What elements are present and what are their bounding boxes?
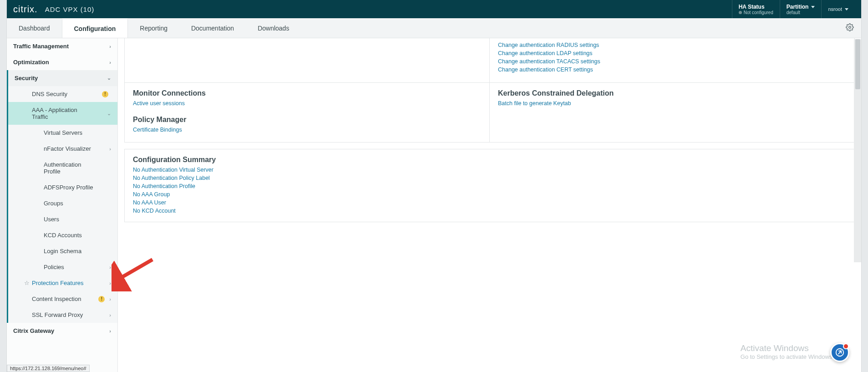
link-active-user-sessions[interactable]: Active user sessions <box>133 99 481 107</box>
sidebar-item-ssl-forward-proxy[interactable]: SSL Forward Proxy › <box>8 307 117 323</box>
browser-status-bar: https://172.21.128.169/menu/neo# <box>7 365 90 372</box>
notification-dot-icon <box>843 343 849 349</box>
sidebar-item-nfactor[interactable]: nFactor Visualizer› <box>8 141 117 157</box>
configuration-summary-card: Configuration Summary No Authentication … <box>124 149 855 222</box>
kerberos-column: Kerberos Constrained Delegation Batch fi… <box>490 83 854 142</box>
summary-line-auth-vs[interactable]: No Authentication Virtual Server <box>133 166 846 174</box>
settings-gear-icon[interactable] <box>846 23 854 33</box>
star-icon: ☆ <box>24 280 30 286</box>
sidebar-item-login-schema[interactable]: Login Schema <box>8 243 117 259</box>
partition-value: default <box>787 10 815 15</box>
partition-menu[interactable]: Partition default <box>780 0 822 18</box>
sidebar-item-aaa[interactable]: AAA - Application Traffic ⌄ <box>8 102 117 125</box>
user-menu[interactable]: nsroot <box>821 0 855 18</box>
ha-status-title: HA Status <box>739 4 773 10</box>
tab-dashboard[interactable]: Dashboard <box>7 18 62 38</box>
left-column <box>125 38 490 82</box>
summary-line-aaa-user[interactable]: No AAA User <box>133 199 846 207</box>
sidebar-item-dns-security[interactable]: DNS Security ! <box>8 86 117 102</box>
sidebar-item-optimization[interactable]: Optimization › <box>7 54 117 70</box>
link-certificate-bindings[interactable]: Certificate Bindings <box>133 126 481 134</box>
right-column-auth-links: Change authentication RADIUS settings Ch… <box>490 38 854 82</box>
sidebar-item-traffic-management[interactable]: Traffic Management › <box>7 38 117 54</box>
tab-configuration[interactable]: Configuration <box>62 18 128 38</box>
svg-point-0 <box>849 26 851 29</box>
link-change-radius[interactable]: Change authentication RADIUS settings <box>498 41 846 49</box>
link-batch-keytab[interactable]: Batch file to generate Keytab <box>498 99 846 107</box>
link-change-ldap[interactable]: Change authentication LDAP settings <box>498 49 846 57</box>
help-fab-button[interactable] <box>830 343 849 362</box>
summary-line-aaa-group[interactable]: No AAA Group <box>133 190 846 199</box>
monitor-policy-column: Monitor Connections Active user sessions… <box>125 83 490 142</box>
chevron-right-icon: › <box>109 312 111 318</box>
chevron-down-icon <box>811 6 815 8</box>
sidebar-item-auth-profile[interactable]: Authentication Profile <box>8 157 117 179</box>
tab-downloads[interactable]: Downloads <box>246 18 301 38</box>
sidebar-item-kcd-accounts[interactable]: KCD Accounts <box>8 227 117 243</box>
sidebar-item-citrix-gateway[interactable]: Citrix Gateway › <box>7 323 117 339</box>
middle-two-col: Monitor Connections Active user sessions… <box>124 83 855 143</box>
brand-logo: citrix. <box>13 4 38 15</box>
chevron-down-icon: ⌄ <box>107 111 111 117</box>
monitor-connections-title: Monitor Connections <box>133 89 481 97</box>
sidebar-item-protection-features[interactable]: ☆ Protection Features › <box>8 275 117 291</box>
top-bar: citrix. ADC VPX (10) HA Status Not confi… <box>7 0 861 18</box>
warning-badge-icon: ! <box>102 91 108 97</box>
chevron-right-icon: › <box>109 146 111 152</box>
brand: citrix. ADC VPX (10) <box>13 4 94 15</box>
chevron-down-icon: ⌄ <box>107 75 111 81</box>
main-content: Change authentication RADIUS settings Ch… <box>118 38 861 372</box>
sidebar-item-security[interactable]: Security ⌄ <box>7 70 117 86</box>
sidebar-item-policies[interactable]: Policies› <box>8 259 117 275</box>
partition-title: Partition <box>787 4 815 10</box>
link-change-cert[interactable]: Change authentication CERT settings <box>498 66 846 74</box>
tab-bar: Dashboard Configuration Reporting Docume… <box>7 18 861 38</box>
scrollbar-track[interactable] <box>854 39 861 262</box>
scrollbar-thumb[interactable] <box>855 39 860 89</box>
chevron-right-icon: › <box>109 296 111 302</box>
sidebar-item-virtual-servers[interactable]: Virtual Servers <box>8 125 117 141</box>
summary-line-auth-policy-label[interactable]: No Authentication Policy Label <box>133 174 846 182</box>
configuration-summary-title: Configuration Summary <box>133 156 846 164</box>
ha-status[interactable]: HA Status Not configured <box>732 0 780 18</box>
sidebar-item-users[interactable]: Users <box>8 211 117 227</box>
top-right: HA Status Not configured Partition defau… <box>732 0 855 18</box>
ha-status-value: Not configured <box>739 10 773 15</box>
user-name: nsroot <box>828 6 842 12</box>
link-change-tacacs[interactable]: Change authentication TACACS settings <box>498 57 846 66</box>
status-dot-icon <box>739 11 742 14</box>
summary-line-auth-profile[interactable]: No Authentication Profile <box>133 182 846 190</box>
chevron-right-icon: › <box>109 280 111 286</box>
sidebar-item-groups[interactable]: Groups <box>8 195 117 211</box>
chevron-right-icon: › <box>109 44 111 49</box>
top-two-col: Change authentication RADIUS settings Ch… <box>124 38 855 83</box>
tab-reporting[interactable]: Reporting <box>128 18 179 38</box>
kerberos-title: Kerberos Constrained Delegation <box>498 89 846 97</box>
chevron-right-icon: › <box>109 328 111 334</box>
chevron-right-icon: › <box>109 265 111 270</box>
warning-badge-icon: ! <box>98 296 105 302</box>
chevron-down-icon <box>845 8 848 10</box>
chevron-right-icon: › <box>109 60 111 65</box>
tab-documentation[interactable]: Documentation <box>179 18 246 38</box>
sidebar: Traffic Management › Optimization › Secu… <box>7 38 118 372</box>
policy-manager-title: Policy Manager <box>133 116 481 124</box>
sidebar-item-adfs-profile[interactable]: ADFSProxy Profile <box>8 179 117 195</box>
sidebar-item-content-inspection[interactable]: Content Inspection ! › <box>8 291 117 307</box>
summary-line-kcd-account[interactable]: No KCD Account <box>133 207 846 215</box>
product-name: ADC VPX (10) <box>45 5 95 13</box>
